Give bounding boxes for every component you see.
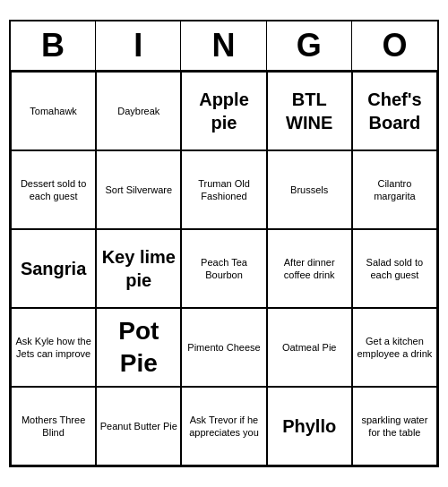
cell-r3-c2: Pimento Cheese: [181, 308, 266, 387]
cell-r3-c0: Ask Kyle how the Jets can improve: [11, 308, 96, 387]
header-letter-B: B: [11, 21, 96, 70]
cell-r0-c0: Tomahawk: [11, 72, 96, 150]
cell-r4-c0: Mothers Three Blind: [11, 387, 96, 466]
cell-r2-c2: Peach Tea Bourbon: [181, 229, 266, 308]
cell-r3-c3: Oatmeal Pie: [267, 308, 352, 387]
cell-r2-c4: Salad sold to each guest: [352, 229, 437, 308]
header-letter-I: I: [96, 21, 181, 70]
cell-r4-c1: Peanut Butter Pie: [96, 387, 181, 466]
cell-r2-c3: After dinner coffee drink: [267, 229, 352, 308]
cell-r2-c0: Sangria: [11, 229, 96, 308]
bingo-header: BINGO: [11, 21, 437, 72]
cell-r1-c2: Truman Old Fashioned: [181, 150, 266, 229]
cell-r0-c4: Chef's Board: [352, 72, 437, 150]
cell-r4-c3: Phyllo: [267, 387, 352, 466]
header-letter-N: N: [181, 21, 266, 70]
cell-r4-c4: sparkling water for the table: [352, 387, 437, 466]
cell-r1-c4: Cilantro margarita: [352, 150, 437, 229]
bingo-grid: TomahawkDaybreakApple pieBTL WINEChef's …: [11, 72, 437, 466]
cell-r0-c1: Daybreak: [96, 72, 181, 150]
bingo-card: BINGO TomahawkDaybreakApple pieBTL WINEC…: [9, 20, 439, 467]
cell-r2-c1: Key lime pie: [96, 229, 181, 308]
cell-r4-c2: Ask Trevor if he appreciates you: [181, 387, 266, 466]
header-letter-G: G: [267, 21, 352, 70]
cell-r0-c3: BTL WINE: [267, 72, 352, 150]
cell-r0-c2: Apple pie: [181, 72, 266, 150]
cell-r3-c4: Get a kitchen employee a drink: [352, 308, 437, 387]
cell-r1-c1: Sort Silverware: [96, 150, 181, 229]
header-letter-O: O: [352, 21, 437, 70]
cell-r1-c0: Dessert sold to each guest: [11, 150, 96, 229]
cell-r3-c1: Pot Pie: [96, 308, 181, 387]
cell-r1-c3: Brussels: [267, 150, 352, 229]
